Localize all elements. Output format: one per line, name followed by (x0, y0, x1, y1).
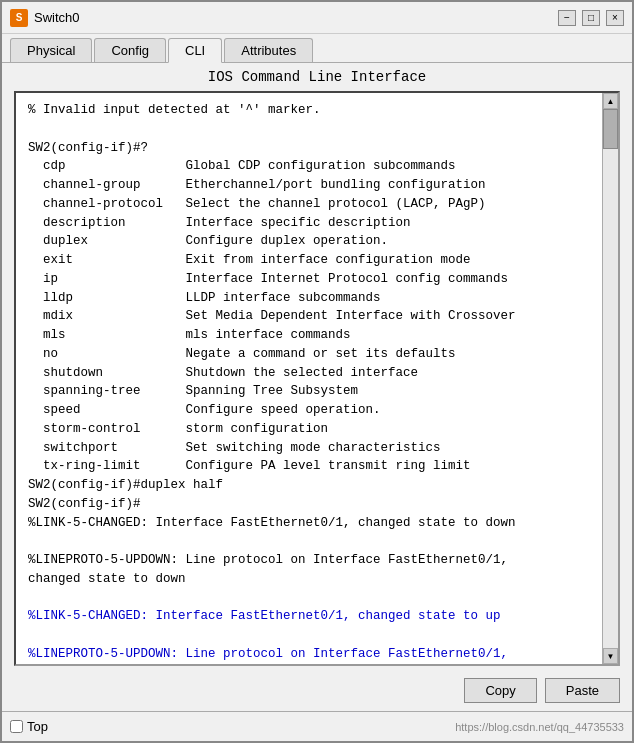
tab-bar: Physical Config CLI Attributes (2, 34, 632, 63)
tab-cli[interactable]: CLI (168, 38, 222, 63)
tab-config[interactable]: Config (94, 38, 166, 62)
top-label: Top (27, 719, 48, 734)
close-button[interactable]: × (606, 10, 624, 26)
copy-button[interactable]: Copy (464, 678, 536, 703)
window-title: Switch0 (34, 10, 80, 25)
title-bar-left: S Switch0 (10, 9, 80, 27)
top-checkbox-area: Top (10, 719, 48, 734)
restore-button[interactable]: □ (582, 10, 600, 26)
title-bar: S Switch0 − □ × (2, 2, 632, 34)
top-checkbox[interactable] (10, 720, 23, 733)
button-row: Copy Paste (2, 674, 632, 711)
scrollbar-track[interactable] (603, 109, 618, 648)
app-icon: S (10, 9, 28, 27)
section-title: IOS Command Line Interface (2, 63, 632, 91)
scrollbar[interactable]: ▲ ▼ (602, 93, 618, 664)
cli-container[interactable]: % Invalid input detected at '^' marker. … (14, 91, 620, 666)
cli-output: % Invalid input detected at '^' marker. … (16, 93, 618, 666)
scrollbar-thumb[interactable] (603, 109, 618, 149)
main-window: S Switch0 − □ × Physical Config CLI Attr… (0, 0, 634, 743)
minimize-button[interactable]: − (558, 10, 576, 26)
tab-physical[interactable]: Physical (10, 38, 92, 62)
watermark: https://blog.csdn.net/qq_44735533 (455, 721, 624, 733)
scroll-down-button[interactable]: ▼ (603, 648, 618, 664)
tab-attributes[interactable]: Attributes (224, 38, 313, 62)
bottom-bar: Top https://blog.csdn.net/qq_44735533 (2, 711, 632, 741)
title-bar-controls: − □ × (558, 10, 624, 26)
paste-button[interactable]: Paste (545, 678, 620, 703)
scroll-up-button[interactable]: ▲ (603, 93, 618, 109)
